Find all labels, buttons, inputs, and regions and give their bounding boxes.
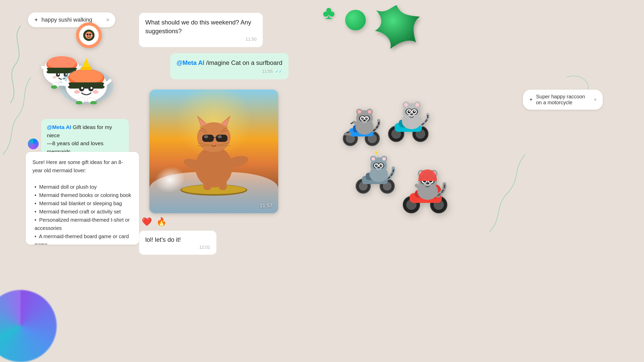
- close-icon-right[interactable]: ×: [594, 97, 597, 102]
- ai-list-item-6: • A mermaid-themed board game or card ga…: [35, 232, 132, 245]
- svg-point-49: [85, 35, 87, 37]
- meta-ai-mention: @Meta AI: [176, 59, 204, 66]
- search-bar-right[interactable]: ✦ Super happy raccoon on a motorcycle ×: [523, 90, 603, 110]
- message-text-2: @Meta AI /imagine Cat on a surfboard: [176, 58, 282, 67]
- svg-point-113: [414, 111, 415, 112]
- message-text-5: lol! let's do it!: [145, 235, 210, 244]
- sushi-sticker-3: [58, 53, 115, 104]
- svg-point-90: [366, 117, 367, 118]
- svg-point-119: [410, 114, 413, 115]
- svg-line-65: [61, 84, 68, 85]
- svg-point-93: [358, 110, 361, 114]
- search-input-text-right: Super happy raccoon on a motorcycle: [536, 94, 591, 106]
- svg-point-54: [70, 69, 103, 84]
- gift-message-text: @Meta AI Gift ideas for my niece—8 years…: [47, 123, 123, 156]
- ai-response-bubble: Sure! Here are some gift ideas for an 8-…: [26, 152, 139, 245]
- svg-point-165: [426, 182, 429, 184]
- message-time-2: 11:55 ✓✓: [176, 69, 282, 74]
- svg-point-117: [416, 103, 419, 107]
- svg-point-35: [53, 76, 57, 79]
- svg-point-21: [218, 135, 222, 138]
- svg-point-58: [81, 87, 83, 89]
- svg-point-50: [91, 35, 93, 37]
- decorative-gradient-circle: [0, 290, 57, 362]
- ai-list-item-3: • Mermaid tail blanket or sleeping bag: [35, 199, 132, 208]
- chat-message-2: @Meta AI /imagine Cat on a surfboard 11:…: [170, 53, 289, 79]
- svg-point-59: [90, 87, 92, 89]
- message-time-5: 12:01: [145, 245, 210, 250]
- chat-message-1: What should we do this weekend? Any sugg…: [139, 13, 263, 47]
- svg-point-48: [89, 33, 91, 36]
- chat-message-2-container: @Meta AI /imagine Cat on a surfboard 11:…: [139, 53, 289, 83]
- ai-list-item-1: • Mermaid doll or plush toy: [35, 183, 132, 191]
- double-check-icon: ✓✓: [275, 69, 282, 74]
- green-circle-decoration: [345, 10, 366, 30]
- raccoon-sticker-2: [384, 95, 433, 144]
- svg-text:⭐: ⭐: [374, 150, 379, 155]
- ai-response-list: • Mermaid doll or plush toy • Mermaid th…: [32, 183, 132, 245]
- svg-point-112: [409, 111, 410, 112]
- svg-point-116: [404, 103, 408, 107]
- sushi-sticker-2: [75, 21, 103, 49]
- svg-rect-55: [68, 82, 105, 89]
- svg-point-89: [362, 117, 363, 118]
- sparkle-icon-left: ✦: [34, 17, 38, 23]
- chat-message-image: 11:57: [149, 90, 278, 213]
- emoji-reactions[interactable]: ❤️ 🔥: [139, 215, 289, 231]
- svg-rect-77: [344, 133, 352, 135]
- raccoon-sticker-4: [398, 162, 453, 218]
- chat-area: What should we do this weekend? Any sugg…: [139, 13, 289, 255]
- svg-point-138: [371, 157, 375, 161]
- green-clover-decoration: ♣: [323, 2, 335, 23]
- svg-point-96: [363, 120, 366, 122]
- svg-point-135: [381, 165, 382, 166]
- svg-rect-63: [81, 67, 92, 70]
- raccoon-sticker-3: ⭐: [352, 148, 399, 196]
- ai-list-item-4: • Mermaid themed craft or activity set: [35, 208, 132, 216]
- svg-rect-17: [202, 135, 214, 142]
- svg-point-94: [368, 110, 371, 114]
- svg-point-134: [376, 165, 377, 166]
- message-body-2: /imagine Cat on a surfboard: [206, 59, 282, 66]
- svg-point-61: [93, 90, 98, 94]
- message-time-1: 11:50: [145, 37, 257, 42]
- gift-meta-ai-tag: @Meta AI: [47, 124, 71, 130]
- ai-avatar-icon: [28, 139, 39, 149]
- svg-point-60: [74, 90, 80, 94]
- svg-point-39: [51, 85, 57, 89]
- sparkle-icon-right: ✦: [529, 97, 533, 102]
- svg-marker-62: [82, 58, 90, 68]
- svg-point-47: [87, 33, 89, 36]
- svg-point-141: [377, 167, 380, 168]
- image-timestamp: 11:57: [260, 203, 273, 209]
- svg-rect-18: [216, 135, 227, 142]
- close-icon-left[interactable]: ×: [106, 17, 109, 23]
- svg-point-139: [382, 157, 386, 161]
- message-text-1: What should we do this weekend? Any sugg…: [145, 18, 257, 35]
- ai-response-intro: Sure! Here are some gift ideas for an 8-…: [32, 158, 132, 175]
- raccoon-sticker-1: [339, 102, 384, 148]
- ai-list-item-5: • Personalized mermaid-themed t-shirt or…: [35, 216, 132, 232]
- ai-list-item-2: • Mermaid themed books or coloring book: [35, 191, 132, 199]
- chat-message-5: lol! let's do it! 12:01: [139, 231, 216, 255]
- green-star-decoration: [368, 3, 425, 60]
- svg-point-20: [204, 135, 208, 138]
